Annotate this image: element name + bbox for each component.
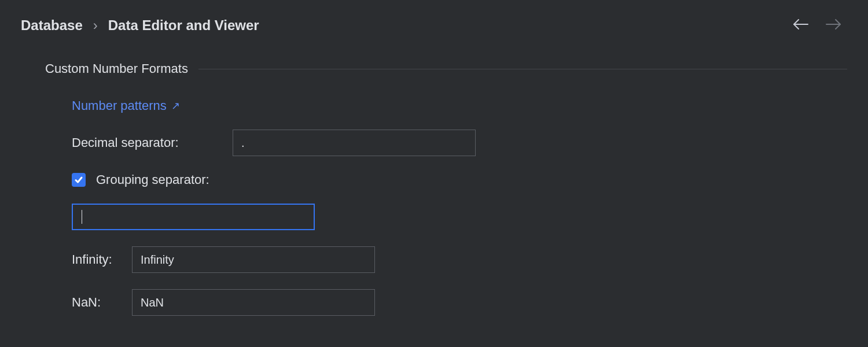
section-header: Custom Number Formats [45,61,847,76]
text-caret [82,210,82,224]
grouping-separator-input[interactable] [72,204,315,230]
number-patterns-link-label: Number patterns [72,98,167,113]
infinity-label: Infinity: [72,252,122,267]
nav-arrows [793,19,847,33]
number-patterns-link[interactable]: Number patterns ↗ [72,98,180,113]
controls: Number patterns ↗ Decimal separator: Gro… [45,76,847,316]
breadcrumb-separator: › [93,17,98,34]
grouping-separator-label: Grouping separator: [96,172,209,187]
forward-arrow-icon [825,19,841,33]
nan-row: NaN: [72,289,847,316]
grouping-separator-input-row [72,204,847,230]
decimal-separator-input[interactable] [233,130,476,156]
breadcrumb-current: Data Editor and Viewer [108,17,259,34]
grouping-separator-checkbox[interactable] [72,173,86,187]
external-link-icon: ↗ [171,99,180,112]
breadcrumb: Database › Data Editor and Viewer [21,17,259,34]
decimal-separator-row: Decimal separator: [72,130,847,156]
grouping-separator-row: Grouping separator: [72,172,847,187]
nan-input[interactable] [132,289,375,316]
section-title: Custom Number Formats [45,61,188,76]
number-patterns-link-row: Number patterns ↗ [72,98,847,113]
breadcrumb-root[interactable]: Database [21,17,83,34]
nan-label: NaN: [72,295,122,310]
section-divider [198,69,847,69]
custom-number-formats-section: Custom Number Formats Number patterns ↗ … [0,34,868,316]
infinity-row: Infinity: [72,246,847,273]
infinity-input[interactable] [132,246,375,273]
decimal-separator-label: Decimal separator: [72,135,222,150]
back-arrow-icon[interactable] [793,19,809,33]
breadcrumb-bar: Database › Data Editor and Viewer [0,0,868,34]
